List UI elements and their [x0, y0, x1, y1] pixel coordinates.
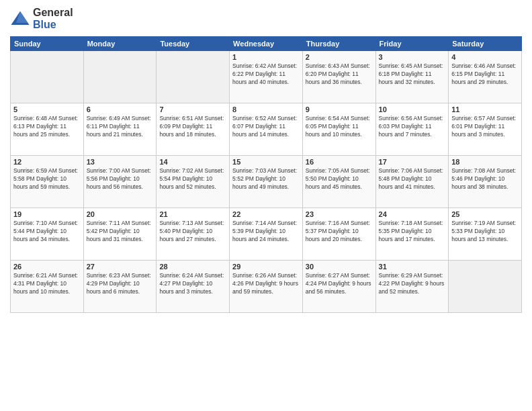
logo-text: General Blue	[33, 7, 73, 31]
calendar-cell: 21Sunrise: 7:13 AM Sunset: 5:40 PM Dayli…	[157, 208, 230, 261]
day-number: 26	[13, 263, 81, 271]
week-row-1: 1Sunrise: 6:42 AM Sunset: 6:22 PM Daylig…	[11, 51, 522, 103]
day-number: 11	[451, 105, 519, 113]
day-header-thursday: Thursday	[302, 37, 375, 51]
day-detail: Sunrise: 7:05 AM Sunset: 5:50 PM Dayligh…	[306, 167, 373, 191]
day-header-sunday: Sunday	[11, 37, 84, 51]
day-number: 8	[232, 105, 300, 113]
calendar-cell: 3Sunrise: 6:45 AM Sunset: 6:18 PM Daylig…	[375, 51, 449, 103]
logo-icon	[10, 9, 30, 29]
day-detail: Sunrise: 6:21 AM Sunset: 4:31 PM Dayligh…	[13, 272, 81, 296]
day-detail: Sunrise: 6:23 AM Sunset: 4:29 PM Dayligh…	[87, 272, 154, 296]
day-number: 15	[232, 158, 300, 166]
day-detail: Sunrise: 6:45 AM Sunset: 6:18 PM Dayligh…	[379, 62, 446, 87]
calendar-cell	[157, 51, 230, 103]
calendar-cell: 16Sunrise: 7:05 AM Sunset: 5:50 PM Dayli…	[302, 156, 375, 208]
calendar-cell: 14Sunrise: 7:02 AM Sunset: 5:54 PM Dayli…	[157, 156, 230, 208]
day-number: 21	[159, 210, 226, 218]
day-detail: Sunrise: 6:46 AM Sunset: 6:15 PM Dayligh…	[451, 62, 519, 87]
header: General Blue	[10, 7, 522, 31]
day-detail: Sunrise: 7:13 AM Sunset: 5:40 PM Dayligh…	[159, 220, 226, 244]
calendar-cell: 1Sunrise: 6:42 AM Sunset: 6:22 PM Daylig…	[230, 51, 303, 103]
page: General Blue SundayMondayTuesdayWednesda…	[0, 0, 532, 411]
day-number: 16	[306, 158, 373, 166]
day-number: 1	[232, 53, 300, 61]
day-detail: Sunrise: 6:52 AM Sunset: 6:07 PM Dayligh…	[232, 115, 300, 139]
calendar-cell: 18Sunrise: 7:08 AM Sunset: 5:46 PM Dayli…	[449, 156, 522, 208]
calendar-cell	[83, 51, 157, 103]
logo: General Blue	[10, 7, 73, 31]
day-number: 22	[232, 210, 300, 218]
calendar-cell: 29Sunrise: 6:26 AM Sunset: 4:26 PM Dayli…	[230, 261, 303, 313]
day-detail: Sunrise: 7:00 AM Sunset: 5:56 PM Dayligh…	[87, 167, 154, 191]
calendar-cell: 30Sunrise: 6:27 AM Sunset: 4:24 PM Dayli…	[302, 261, 375, 313]
day-number: 20	[87, 210, 154, 218]
calendar-cell: 26Sunrise: 6:21 AM Sunset: 4:31 PM Dayli…	[11, 261, 84, 313]
day-detail: Sunrise: 6:54 AM Sunset: 6:05 PM Dayligh…	[306, 115, 373, 139]
calendar-cell: 31Sunrise: 6:29 AM Sunset: 4:22 PM Dayli…	[375, 261, 449, 313]
day-header-tuesday: Tuesday	[157, 37, 230, 51]
day-detail: Sunrise: 7:18 AM Sunset: 5:35 PM Dayligh…	[379, 220, 446, 244]
calendar-cell: 23Sunrise: 7:16 AM Sunset: 5:37 PM Dayli…	[302, 208, 375, 261]
day-detail: Sunrise: 7:16 AM Sunset: 5:37 PM Dayligh…	[306, 220, 373, 244]
day-number: 7	[159, 105, 226, 113]
day-header-saturday: Saturday	[449, 37, 522, 51]
day-detail: Sunrise: 6:27 AM Sunset: 4:24 PM Dayligh…	[306, 272, 373, 296]
day-number: 4	[451, 53, 519, 61]
day-number: 28	[159, 263, 226, 271]
calendar-cell: 25Sunrise: 7:19 AM Sunset: 5:33 PM Dayli…	[449, 208, 522, 261]
day-number: 10	[379, 105, 446, 113]
day-detail: Sunrise: 6:29 AM Sunset: 4:22 PM Dayligh…	[379, 272, 446, 296]
calendar-cell: 7Sunrise: 6:51 AM Sunset: 6:09 PM Daylig…	[157, 103, 230, 156]
day-detail: Sunrise: 7:14 AM Sunset: 5:39 PM Dayligh…	[232, 220, 300, 244]
calendar-table: SundayMondayTuesdayWednesdayThursdayFrid…	[10, 36, 522, 313]
day-header-friday: Friday	[375, 37, 449, 51]
day-number: 23	[306, 210, 373, 218]
day-number: 3	[379, 53, 446, 61]
calendar-cell: 10Sunrise: 6:56 AM Sunset: 6:03 PM Dayli…	[375, 103, 449, 156]
calendar-cell: 17Sunrise: 7:06 AM Sunset: 5:48 PM Dayli…	[375, 156, 449, 208]
calendar-cell: 19Sunrise: 7:10 AM Sunset: 5:44 PM Dayli…	[11, 208, 84, 261]
day-detail: Sunrise: 7:02 AM Sunset: 5:54 PM Dayligh…	[159, 167, 226, 191]
week-row-2: 5Sunrise: 6:48 AM Sunset: 6:13 PM Daylig…	[11, 103, 522, 156]
calendar-cell	[449, 261, 522, 313]
calendar-cell: 4Sunrise: 6:46 AM Sunset: 6:15 PM Daylig…	[449, 51, 522, 103]
calendar-cell: 13Sunrise: 7:00 AM Sunset: 5:56 PM Dayli…	[83, 156, 157, 208]
day-detail: Sunrise: 6:24 AM Sunset: 4:27 PM Dayligh…	[159, 272, 226, 296]
day-detail: Sunrise: 6:57 AM Sunset: 6:01 PM Dayligh…	[451, 115, 519, 139]
day-header-monday: Monday	[83, 37, 157, 51]
day-detail: Sunrise: 7:08 AM Sunset: 5:46 PM Dayligh…	[451, 167, 519, 191]
day-number: 13	[87, 158, 154, 166]
day-number: 2	[306, 53, 373, 61]
calendar-cell: 12Sunrise: 6:59 AM Sunset: 5:58 PM Dayli…	[11, 156, 84, 208]
day-detail: Sunrise: 6:48 AM Sunset: 6:13 PM Dayligh…	[13, 115, 81, 139]
day-number: 31	[379, 263, 446, 271]
day-number: 12	[13, 158, 81, 166]
day-detail: Sunrise: 6:43 AM Sunset: 6:20 PM Dayligh…	[306, 62, 373, 87]
day-number: 9	[306, 105, 373, 113]
calendar-cell: 28Sunrise: 6:24 AM Sunset: 4:27 PM Dayli…	[157, 261, 230, 313]
day-detail: Sunrise: 6:56 AM Sunset: 6:03 PM Dayligh…	[379, 115, 446, 139]
day-detail: Sunrise: 6:59 AM Sunset: 5:58 PM Dayligh…	[13, 167, 81, 191]
day-number: 29	[232, 263, 300, 271]
day-detail: Sunrise: 6:26 AM Sunset: 4:26 PM Dayligh…	[232, 272, 300, 296]
calendar-cell: 22Sunrise: 7:14 AM Sunset: 5:39 PM Dayli…	[230, 208, 303, 261]
day-detail: Sunrise: 6:42 AM Sunset: 6:22 PM Dayligh…	[232, 62, 300, 87]
day-header-wednesday: Wednesday	[230, 37, 303, 51]
day-number: 5	[13, 105, 81, 113]
week-row-4: 19Sunrise: 7:10 AM Sunset: 5:44 PM Dayli…	[11, 208, 522, 261]
calendar-cell: 15Sunrise: 7:03 AM Sunset: 5:52 PM Dayli…	[230, 156, 303, 208]
calendar-cell: 9Sunrise: 6:54 AM Sunset: 6:05 PM Daylig…	[302, 103, 375, 156]
calendar-cell: 2Sunrise: 6:43 AM Sunset: 6:20 PM Daylig…	[302, 51, 375, 103]
header-row: SundayMondayTuesdayWednesdayThursdayFrid…	[11, 37, 522, 51]
calendar-cell: 5Sunrise: 6:48 AM Sunset: 6:13 PM Daylig…	[11, 103, 84, 156]
week-row-5: 26Sunrise: 6:21 AM Sunset: 4:31 PM Dayli…	[11, 261, 522, 313]
day-number: 30	[306, 263, 373, 271]
calendar-cell	[11, 51, 84, 103]
calendar-cell: 20Sunrise: 7:11 AM Sunset: 5:42 PM Dayli…	[83, 208, 157, 261]
day-number: 25	[451, 210, 519, 218]
calendar-cell: 24Sunrise: 7:18 AM Sunset: 5:35 PM Dayli…	[375, 208, 449, 261]
calendar-cell: 8Sunrise: 6:52 AM Sunset: 6:07 PM Daylig…	[230, 103, 303, 156]
day-number: 18	[451, 158, 519, 166]
day-number: 17	[379, 158, 446, 166]
